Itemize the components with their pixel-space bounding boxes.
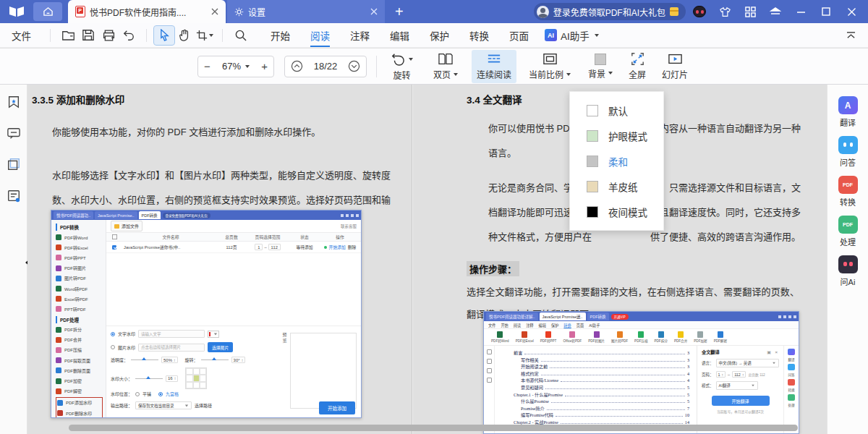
menu-item[interactable]: 保护 (420, 24, 459, 47)
pdf-convert-tool[interactable]: PDF 转换 (838, 176, 858, 208)
mini-titlebar: 悦书PDF阅读器功..JavaScript Promise..PDF转换 登录免… (51, 210, 361, 220)
undo-icon[interactable] (119, 26, 139, 45)
current-ratio-icon (542, 52, 558, 66)
mini-table-row: JavaScript Promise迷你书(中.. 112页 1–112 等待添… (106, 242, 361, 253)
page-up-icon[interactable] (291, 60, 303, 72)
pdf-process-tool[interactable]: PDF 处理 (838, 216, 858, 247)
zoom-in-button[interactable]: + (261, 61, 268, 72)
ai-qa-tool[interactable]: 问答 (838, 136, 858, 168)
avatar (537, 6, 549, 18)
main-menus: 开始 阅读 注释 编辑 保护 转换 页面 (260, 24, 539, 47)
view-toolbar: − 67% + 18/22 旋转 双页 连续阅读 当前比例 背景 全屏 (0, 48, 868, 85)
close-icon[interactable] (845, 5, 858, 18)
ai-badge-icon: AI (545, 29, 557, 41)
ask-ai-icon (838, 255, 858, 273)
ai-robot-icon[interactable] (693, 5, 706, 18)
background-option[interactable]: 柔和 (570, 148, 663, 174)
menu-file[interactable]: 文件 (12, 28, 31, 43)
color-swatch (587, 181, 598, 192)
rotate-tool[interactable]: 旋转 (386, 50, 418, 83)
color-swatch (587, 156, 598, 167)
background-option[interactable]: 夜间模式 (570, 199, 663, 224)
print-icon[interactable] (98, 26, 119, 45)
open-folder-icon[interactable] (58, 26, 78, 45)
ai-translate-tool[interactable]: A 翻译 (838, 96, 858, 128)
thumbnails-icon[interactable] (7, 157, 21, 171)
login-button[interactable]: 登录免费领取PDF和AI大礼包 (534, 3, 686, 20)
current-ratio-tool[interactable]: 当前比例 (524, 50, 576, 83)
menu-item[interactable]: 阅读 (300, 24, 340, 47)
login-label: 登录免费领取PDF和AI大礼包 (553, 6, 665, 18)
continuous-reading-tool[interactable]: 连续阅读 (472, 50, 516, 83)
background-dropdown-menu: 默认 护眼模式 柔和 羊皮纸 夜间模式 (569, 91, 664, 231)
continuous-reading-icon (486, 52, 502, 66)
pdf-doc-icon (75, 6, 85, 17)
titlebar: 悦书PDF软件使用指南.... 设置 + 登录免费领取PDF和AI大礼包 (0, 0, 868, 23)
collapse-toolbar-icon[interactable] (846, 31, 856, 40)
rotate-icon (391, 52, 405, 66)
steps-label: 操作步骤： (467, 261, 519, 276)
paragraph: 你能够使用本功能，对你的 PDF 文档进行添加和删除水印操作。 (32, 125, 402, 140)
mini-start-button: 开始添加 (319, 401, 355, 414)
gear-icon (234, 7, 244, 17)
background-tool[interactable]: 背景 (583, 50, 618, 83)
collapse-titlebar-icon[interactable] (769, 5, 782, 18)
skin-theme-icon[interactable] (718, 5, 731, 18)
minimize-icon[interactable] (794, 5, 807, 18)
save-icon[interactable] (78, 26, 98, 45)
menu-item[interactable]: 注释 (340, 24, 380, 47)
chevron-down-icon[interactable] (245, 65, 250, 68)
notes-icon[interactable] (7, 189, 21, 203)
page-divider (412, 85, 413, 434)
mini-translate-panel: 全文翻译▣ × 语言： 中文(简体) → 英语 页码： 1– 112 总页数 1… (697, 346, 783, 434)
slideshow-tool[interactable]: 幻灯片 (657, 50, 693, 83)
zoom-out-button[interactable]: − (204, 61, 210, 72)
qa-robot-icon (838, 136, 858, 154)
apps-grid-icon[interactable] (744, 5, 757, 18)
section-heading: 3.3.5 添加和删除水印 (32, 92, 402, 106)
menu-item[interactable]: 编辑 (380, 24, 420, 47)
home-button[interactable] (33, 2, 62, 21)
menu-ai-assistant[interactable]: AI AI助手 (545, 28, 599, 43)
background-option[interactable]: 羊皮纸 (570, 174, 663, 199)
ask-ai-tool[interactable]: 问Ai (838, 255, 858, 287)
tab-document[interactable]: 悦书PDF软件使用指南.... (68, 0, 226, 23)
two-page-icon (438, 52, 454, 66)
chevron-down-icon (209, 34, 213, 37)
tab-close-icon[interactable] (370, 8, 378, 15)
maximize-icon[interactable] (820, 5, 833, 18)
background-option[interactable]: 默认 (570, 98, 663, 123)
hand-tool[interactable] (174, 26, 195, 45)
chevron-down-icon (566, 73, 571, 76)
page-down-icon[interactable] (348, 60, 360, 72)
tab-settings[interactable]: 设置 (227, 0, 385, 23)
document-canvas[interactable]: 3.3.5 添加和删除水印 你能够使用本功能，对你的 PDF 文档进行添加和删除… (27, 85, 827, 434)
crop-tool[interactable] (195, 26, 215, 45)
tab-close-icon[interactable] (211, 8, 218, 15)
background-option[interactable]: 护眼模式 (570, 123, 663, 148)
horizontal-scrollbar[interactable] (69, 425, 798, 431)
fullscreen-icon (631, 52, 644, 66)
slideshow-icon (668, 52, 683, 66)
search-icon[interactable] (230, 26, 250, 45)
mini-sidebar: PDF转换 PDF转WordPDF转ExcelPDF转PPTPDF转图片图片转P… (51, 220, 106, 418)
new-tab-button[interactable]: + (395, 4, 404, 19)
menu-item[interactable]: 页面 (499, 24, 539, 47)
zoom-value[interactable]: 67% (222, 61, 241, 72)
chevron-down-icon (595, 34, 599, 37)
bookmark-icon[interactable] (7, 95, 21, 109)
page-indicator[interactable]: 18/22 (314, 61, 338, 72)
page-navigator: 18/22 (284, 56, 367, 77)
chevron-down-icon (608, 72, 613, 75)
menu-item[interactable]: 转换 (459, 24, 499, 47)
fullscreen-tool[interactable]: 全屏 (624, 50, 651, 83)
two-page-tool[interactable]: 双页 (428, 50, 463, 83)
color-swatch (587, 105, 598, 116)
menu-item[interactable]: 开始 (260, 24, 300, 47)
menubar: 文件 开始 阅读 注释 编辑 保护 转换 (0, 23, 868, 48)
select-cursor-tool[interactable] (154, 26, 174, 45)
left-panel-rail (0, 85, 27, 434)
comment-icon[interactable] (7, 127, 21, 140)
tab-label: 悦书PDF软件使用指南.... (90, 6, 207, 18)
highlighted-menu-items: PDF添加水印 PDF删除水印 (56, 397, 103, 418)
